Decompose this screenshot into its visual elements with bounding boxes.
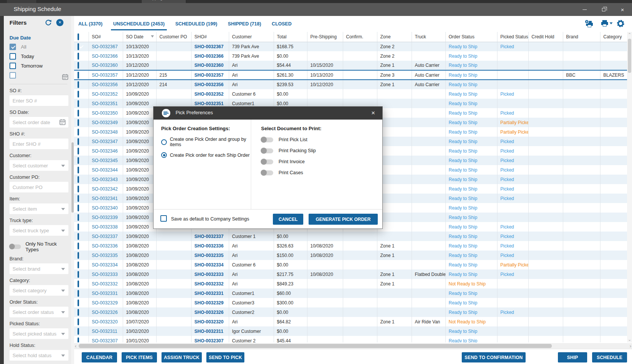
table-row[interactable]: SO-003233410/08/2020SHO-0032334Customer … xyxy=(74,260,627,269)
so-number-link[interactable]: SO-0032326 xyxy=(89,307,123,317)
row-checkbox[interactable] xyxy=(78,309,79,316)
row-checkbox[interactable] xyxy=(78,138,79,145)
table-row[interactable]: SO-003233510/08/2020SHO-0032335Ari$150.0… xyxy=(74,251,627,260)
action-send-to-confirmation[interactable]: SEND TO CONFIRMATION xyxy=(462,352,526,362)
table-row[interactable]: SO-003236010/12/2020SHO-0032360Ari$54.44… xyxy=(74,61,627,70)
so-number-link[interactable]: SO-0032367 xyxy=(89,42,123,51)
so-number-link[interactable]: SO-0032348 xyxy=(89,127,123,137)
row-checkbox[interactable] xyxy=(78,280,79,287)
so-number-link[interactable]: SO-0032346 xyxy=(89,146,123,156)
filter-select[interactable]: Select item xyxy=(10,203,68,214)
dialog-close-icon[interactable]: × xyxy=(369,109,378,118)
action-assign-truck[interactable]: ASSIGN TRUCK xyxy=(162,352,202,362)
due-date-checkbox[interactable] xyxy=(10,44,16,50)
table-row[interactable]: SO-003232010/07/2020SHO-0032320Ari$64.82… xyxy=(74,317,627,326)
cancel-button[interactable]: CANCEL xyxy=(273,214,303,225)
table-row[interactable]: SO-003232910/08/2020SHO-0032329Customer3… xyxy=(74,298,627,307)
row-checkbox[interactable] xyxy=(78,214,79,221)
table-row[interactable]: SO-003236710/13/2020SHO-0032367739 Park … xyxy=(74,42,627,51)
so-number-link[interactable]: SO-0032329 xyxy=(89,298,123,307)
row-checkbox[interactable] xyxy=(78,243,79,249)
column-header-so#[interactable]: SO# xyxy=(89,32,123,42)
sho-number-link[interactable]: SHO-0032337 xyxy=(191,232,229,241)
table-row[interactable]: SO-003233110/08/2020SHO-0032331Customer1… xyxy=(74,288,627,298)
row-checkbox[interactable] xyxy=(78,91,79,98)
row-checkbox[interactable] xyxy=(78,43,79,50)
row-checkbox[interactable] xyxy=(78,186,79,192)
sho-number-link[interactable]: SHO-0032366 xyxy=(191,51,229,61)
filter-select[interactable]: Select order status xyxy=(10,307,68,317)
toggle-switch[interactable] xyxy=(261,159,273,164)
row-checkbox[interactable] xyxy=(78,148,79,154)
due-date-checkbox[interactable] xyxy=(10,72,16,79)
sort-filter-icon[interactable] xyxy=(151,35,154,38)
table-row[interactable]: SO-003233310/08/2020SHO-0032333Ari$217.7… xyxy=(74,269,627,279)
sho-number-link[interactable]: SHO-0032326 xyxy=(191,307,229,317)
action-schedule[interactable]: SCHEDULE xyxy=(592,352,627,362)
so-number-link[interactable]: SO-0032333 xyxy=(89,269,123,279)
so-number-link[interactable]: SO-0032349 xyxy=(89,118,123,127)
row-checkbox[interactable] xyxy=(78,81,79,88)
print-labels-icon[interactable] xyxy=(584,19,593,28)
row-checkbox[interactable] xyxy=(78,157,79,164)
so-number-link[interactable]: SO-0032352 xyxy=(89,89,123,99)
table-row[interactable]: SO-003235710/12/2020215SHO-0032357Ari$26… xyxy=(74,70,627,80)
calendar-icon[interactable] xyxy=(59,119,66,127)
action-send-to-pick[interactable]: SEND TO PICK xyxy=(206,352,244,362)
sho-number-link[interactable]: SHO-0032332 xyxy=(191,279,229,288)
so-number-link[interactable]: SO-0032345 xyxy=(89,156,123,165)
sho-number-link[interactable]: SHO-0032329 xyxy=(191,298,229,307)
filter-select[interactable]: Select customer xyxy=(10,160,68,171)
scroll-up-icon[interactable]: ⌃ xyxy=(627,32,632,37)
row-checkbox[interactable] xyxy=(78,119,79,126)
restore-button[interactable] xyxy=(594,3,613,16)
sho-number-link[interactable]: SHO-0032360 xyxy=(191,61,229,70)
horizontal-scrollbar[interactable]: ‹ › xyxy=(74,343,632,349)
table-row[interactable]: SO-003236610/13/2020SHO-0032366739 Park … xyxy=(74,51,627,61)
sidebar-scrollbar-thumb[interactable] xyxy=(71,142,74,213)
minimize-button[interactable] xyxy=(575,3,594,16)
sho-number-link[interactable]: SHO-0032334 xyxy=(191,260,229,269)
row-checkbox[interactable] xyxy=(78,62,79,69)
sho-number-link[interactable]: SHO-0032357 xyxy=(191,70,229,80)
action-pick-items[interactable]: PICK ITEMS xyxy=(122,352,157,362)
table-row[interactable]: SO-003233610/08/2020SHO-0032336Ari$326.6… xyxy=(74,241,627,251)
browser-tab[interactable]: Shipping Schedule xyxy=(142,0,186,3)
table-row[interactable]: SO-003231110/02/2020SHO-0032311Igor Cust… xyxy=(74,326,627,336)
so-number-link[interactable]: SO-0032340 xyxy=(89,203,123,213)
sho-number-link[interactable]: SHO-0032356 xyxy=(191,80,229,89)
so-number-link[interactable]: SO-0032356 xyxy=(89,80,123,89)
so-number-link[interactable]: SO-0032338 xyxy=(89,222,123,232)
filter-select[interactable]: Select category xyxy=(10,285,68,296)
so-number-link[interactable]: SO-0032357 xyxy=(89,70,123,80)
so-number-link[interactable]: SO-0032366 xyxy=(89,51,123,61)
column-header-brand[interactable]: Brand xyxy=(563,32,600,42)
toggle-switch[interactable] xyxy=(261,148,273,153)
row-checkbox[interactable] xyxy=(78,262,79,268)
column-header-order-status[interactable]: Order Status xyxy=(445,32,497,42)
sho-number-link[interactable]: SHO-0032335 xyxy=(191,251,229,260)
sho-number-link[interactable]: SHO-0032367 xyxy=(191,42,229,51)
sho-number-link[interactable]: SHO-0032320 xyxy=(191,317,229,326)
due-date-checkbox[interactable] xyxy=(10,63,16,69)
generate-pick-order-button[interactable]: GENERATE PICK ORDER xyxy=(309,214,378,225)
row-checkbox[interactable] xyxy=(78,337,79,343)
select-all-checkbox[interactable] xyxy=(78,33,79,40)
sho-number-link[interactable]: SHO-0032333 xyxy=(191,269,229,279)
column-header-total[interactable]: Total xyxy=(274,32,307,42)
row-checkbox[interactable] xyxy=(78,290,79,297)
filter-select[interactable]: Select brand xyxy=(10,263,68,274)
so-number-link[interactable]: SO-0032320 xyxy=(89,317,123,326)
so-number-link[interactable]: SO-0032339 xyxy=(89,213,123,222)
filter-input[interactable] xyxy=(10,139,68,149)
row-checkbox[interactable] xyxy=(78,72,79,79)
so-number-link[interactable]: SO-0032347 xyxy=(89,137,123,146)
column-header-pre-shipping[interactable]: Pre-Shipping xyxy=(307,32,343,42)
horizontal-scrollbar-thumb[interactable] xyxy=(79,344,552,348)
tab-shipped[interactable]: SHIPPED (718) xyxy=(226,16,264,32)
table-row[interactable]: SO-003233710/09/2020SHO-0032337Customer … xyxy=(74,232,627,241)
so-number-link[interactable]: SO-0032337 xyxy=(89,232,123,241)
vertical-scrollbar[interactable]: ⌃ ⌄ xyxy=(627,32,632,342)
tab-all[interactable]: ALL (3370) xyxy=(76,16,105,32)
column-header-customer[interactable]: Customer xyxy=(229,32,274,42)
